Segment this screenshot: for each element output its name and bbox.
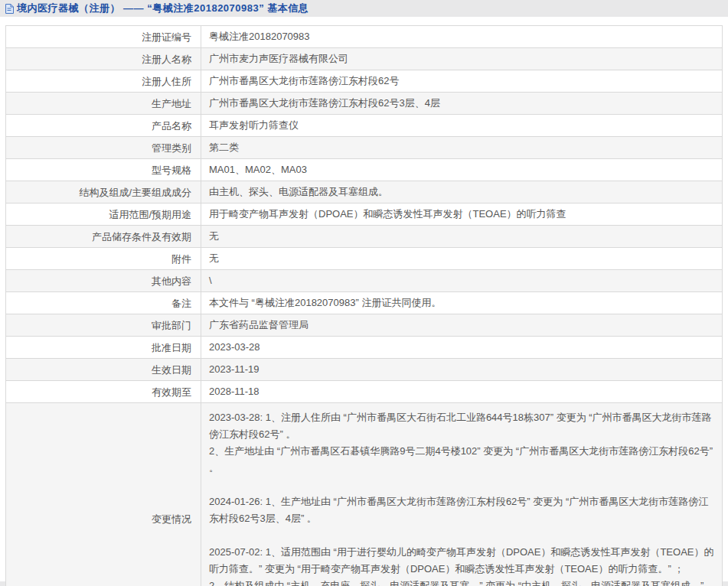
row-value: 广州市番禺区大龙街市莲路傍江东村段62号3层、4层 — [201, 93, 723, 115]
page-header: 境内医疗器械（注册） —— “粤械注准20182070983” 基本信息 — [0, 0, 728, 17]
row-value: 用于畸变产物耳声发射（DPOAE）和瞬态诱发性耳声发射（TEOAE）的听力筛查 — [201, 203, 723, 226]
row-label: 生效日期 — [6, 359, 201, 381]
table-row: 生产地址广州市番禺区大龙街市莲路傍江东村段62号3层、4层 — [6, 93, 723, 115]
row-label: 注册人住所 — [6, 70, 201, 93]
row-label: 结构及组成/主要组成成分 — [6, 181, 201, 203]
table-row: 结构及组成/主要组成成分由主机、探头、电源适配器及耳塞组成。 — [6, 181, 723, 203]
row-value: 2023-03-28 — [201, 337, 723, 359]
row-label: 变更情况 — [6, 403, 201, 586]
table-row: 注册人住所广州市番禺区大龙街市莲路傍江东村段62号 — [6, 70, 723, 93]
table-row: 审批部门广东省药品监督管理局 — [6, 314, 723, 337]
document-icon — [5, 3, 15, 15]
table-row: 注册人名称广州市麦力声医疗器械有限公司 — [6, 48, 723, 70]
row-label: 适用范围/预期用途 — [6, 203, 201, 226]
row-label: 型号规格 — [6, 159, 201, 181]
table-row: 生效日期2023-11-19 — [6, 359, 723, 381]
row-label: 附件 — [6, 248, 201, 270]
table-row: 注册证编号粤械注准20182070983 — [6, 26, 723, 48]
row-label: 有效期至 — [6, 381, 201, 403]
table-row: 批准日期2023-03-28 — [6, 337, 723, 359]
row-value: 2023-03-28: 1、注册人住所由 “广州市番禺区大石街石北工业路644号… — [201, 403, 723, 586]
table-row: 附件无 — [6, 248, 723, 270]
row-label: 注册证编号 — [6, 26, 201, 48]
table-row: 产品名称耳声发射听力筛查仪 — [6, 115, 723, 137]
table-row: 有效期至2028-11-18 — [6, 381, 723, 403]
row-value: 耳声发射听力筛查仪 — [201, 115, 723, 137]
row-value: 广东省药品监督管理局 — [201, 314, 723, 337]
table-row: 适用范围/预期用途用于畸变产物耳声发射（DPOAE）和瞬态诱发性耳声发射（TEO… — [6, 203, 723, 226]
row-value: 本文件与 “粤械注准20182070983” 注册证共同使用。 — [201, 292, 723, 314]
table-row: 变更情况2023-03-28: 1、注册人住所由 “广州市番禺区大石街石北工业路… — [6, 403, 723, 586]
table-row: 备注本文件与 “粤械注准20182070983” 注册证共同使用。 — [6, 292, 723, 314]
row-value: 2023-11-19 — [201, 359, 723, 381]
row-value: 无 — [201, 248, 723, 270]
table-row: 其他内容\ — [6, 270, 723, 292]
row-value: 广州市麦力声医疗器械有限公司 — [201, 48, 723, 70]
row-value: 广州市番禺区大龙街市莲路傍江东村段62号 — [201, 70, 723, 93]
table-row: 管理类别第二类 — [6, 137, 723, 159]
row-value: \ — [201, 270, 723, 292]
row-value: 粤械注准20182070983 — [201, 26, 723, 48]
row-value: 无 — [201, 226, 723, 248]
row-value: 2028-11-18 — [201, 381, 723, 403]
content-panel: 注册证编号粤械注准20182070983注册人名称广州市麦力声医疗器械有限公司注… — [0, 17, 728, 581]
page-title: 境内医疗器械（注册） —— “粤械注准20182070983” 基本信息 — [17, 2, 309, 15]
row-value: 第二类 — [201, 137, 723, 159]
row-label: 管理类别 — [6, 137, 201, 159]
row-value: 由主机、探头、电源适配器及耳塞组成。 — [201, 181, 723, 203]
row-label: 产品储存条件及有效期 — [6, 226, 201, 248]
row-label: 其他内容 — [6, 270, 201, 292]
table-row: 产品储存条件及有效期无 — [6, 226, 723, 248]
table-row: 型号规格MA01、MA02、MA03 — [6, 159, 723, 181]
info-table: 注册证编号粤械注准20182070983注册人名称广州市麦力声医疗器械有限公司注… — [5, 25, 723, 586]
row-label: 审批部门 — [6, 314, 201, 337]
row-label: 生产地址 — [6, 93, 201, 115]
row-label: 批准日期 — [6, 337, 201, 359]
row-value: MA01、MA02、MA03 — [201, 159, 723, 181]
info-table-body: 注册证编号粤械注准20182070983注册人名称广州市麦力声医疗器械有限公司注… — [6, 26, 723, 586]
row-label: 备注 — [6, 292, 201, 314]
row-label: 注册人名称 — [6, 48, 201, 70]
row-label: 产品名称 — [6, 115, 201, 137]
